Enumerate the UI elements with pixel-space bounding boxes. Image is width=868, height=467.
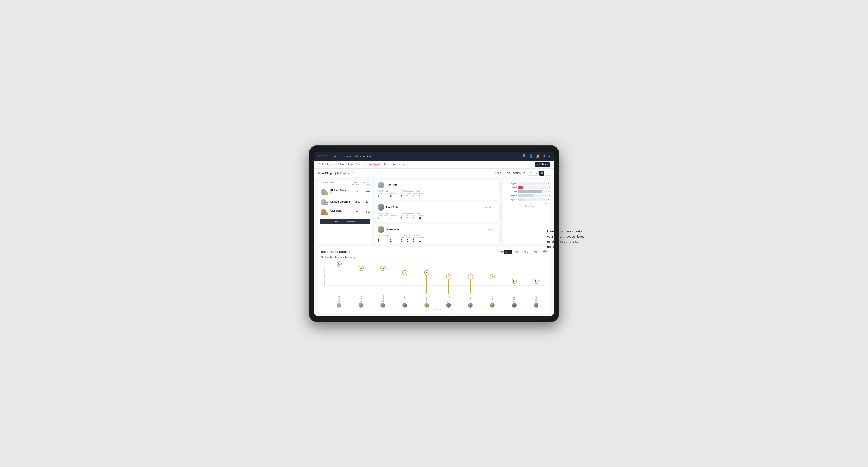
chart-col-3: 6x <box>372 261 394 294</box>
annotation-line2: your players have achieved <box>547 234 594 239</box>
player-card-0: Rees Britt Total Rounds Tournament 7 <box>375 180 500 200</box>
pc-stats-1: Total Rounds Tournament 8 Practice <box>378 212 497 220</box>
player-col-5: R. Britt <box>415 294 437 308</box>
bubble-5: 5x <box>424 270 429 275</box>
player-avatar-1 <box>337 303 341 308</box>
bar-fill-pars <box>518 190 542 193</box>
sub-nav-team-clippd[interactable]: Team Clippd <box>364 161 379 168</box>
bar-row-dbogeys: D. Bogeys + 131 <box>505 198 548 201</box>
pc-avatar-0 <box>378 182 384 188</box>
nav-logo: clippd <box>318 154 328 158</box>
show-label: Show <box>495 172 501 174</box>
bubble-2: 6x <box>359 266 364 271</box>
view-leaderboard-button[interactable]: View Full Leaderboard <box>320 219 370 224</box>
nav-bar: clippd Home Teams My Performance 🔍 👤 🔔 ⚙… <box>314 152 554 161</box>
bar-row-birdies: Birdies 96 <box>505 186 548 189</box>
pc-avatar-2 <box>378 226 384 233</box>
chart-col-4: 5x <box>394 261 416 294</box>
grid-view-icon[interactable]: ⊞ <box>528 170 533 176</box>
bar-val-eagles: 3 <box>548 183 554 185</box>
list-view-icon[interactable]: ≡ <box>533 170 539 176</box>
bar-label-dbogeys: D. Bogeys + <box>505 199 517 200</box>
bar-val-bogeys: 311 <box>548 195 554 197</box>
sub-nav-all-players[interactable]: All Players <box>393 161 405 168</box>
chart-col-5: 5x <box>416 261 438 294</box>
user-icon[interactable]: 👤 <box>529 154 533 158</box>
bar-fill-dbogeys <box>518 198 525 201</box>
bar-row-pars: Pars 499 <box>505 190 548 193</box>
player-name-6: E. Crossman <box>447 294 450 302</box>
tabs-arrow-indicator <box>543 250 547 254</box>
streaks-chart: Best Streak, Fairway Accuracy <box>321 261 547 294</box>
lb-avg-1: 110 <box>363 190 370 193</box>
chart-columns: 7x 6x 6x <box>328 261 547 294</box>
settings-icon[interactable]: ⚙ <box>542 154 545 158</box>
annotation-line3: across OTT, APP, ARG <box>547 239 594 244</box>
annotation-line1: Here you can see streaks <box>547 229 594 234</box>
lb-score-1: 19/20 <box>353 190 362 193</box>
pc-stats-2: Total Rounds Tournament 7 Practice <box>378 234 497 242</box>
lb-row-3: 3 Cameron... ♥ 17/20 103 <box>318 207 372 217</box>
player-name-7: D. Ford <box>470 294 471 302</box>
nav-links: Home Teams My Performance <box>332 155 518 158</box>
pc-name-0: Rees Britt <box>385 184 497 186</box>
nav-icons: 🔍 👤 🔔 ⚙ ● <box>523 154 550 158</box>
annotation-line4: and PUTT. <box>547 244 594 250</box>
bar-track-dbogeys: 131 <box>518 198 548 201</box>
chart-col-10: 3x <box>525 261 547 294</box>
bubble-9: 3x <box>512 279 517 284</box>
player-col-4: J. Coles <box>394 294 415 308</box>
table-view-icon[interactable]: ↕ <box>545 170 550 176</box>
lb-avg-2: 107 <box>363 200 370 203</box>
tab-putt[interactable]: PUTT <box>531 250 540 254</box>
bubble-7: 4x <box>468 274 473 280</box>
chart-col-1: 7x <box>328 261 350 294</box>
tab-ott[interactable]: OTT <box>504 250 512 254</box>
chart-col-9: 3x <box>503 261 525 294</box>
player-avatar-10 <box>534 303 538 308</box>
sub-nav-pga[interactable]: PGA <box>338 161 344 168</box>
chart-x-label: Total Shots <box>512 205 548 207</box>
nav-home[interactable]: Home <box>332 155 339 158</box>
edit-icon[interactable]: ✏ <box>352 172 354 175</box>
search-icon[interactable]: 🔍 <box>523 154 526 158</box>
sub-nav-hcaps[interactable]: Hcaps 1-5 <box>348 161 360 168</box>
lb-avg-col: PB AVG SQ <box>360 181 370 186</box>
bubble-8: 4x <box>490 274 495 280</box>
player-name-10: C. Quick <box>535 294 537 302</box>
streaks-tabs: OTT APP ARG PUTT <box>504 250 547 254</box>
pc-stats-0: Total Rounds Tournament 7 Practice <box>378 190 497 198</box>
bar-row-eagles: Eagles 3 <box>505 182 548 185</box>
team-header-right: Show Last 3 months ⊞ ≡ ▤ ↕ <box>495 170 550 176</box>
player-avatar-2 <box>359 303 363 308</box>
bell-icon[interactable]: 🔔 <box>536 154 540 158</box>
sub-nav-tour[interactable]: Tour <box>384 161 389 168</box>
tablet-frame: clippd Home Teams My Performance 🔍 👤 🔔 ⚙… <box>309 145 559 322</box>
tab-app[interactable]: APP <box>513 250 521 254</box>
bubble-6: 4x <box>446 274 451 280</box>
nav-my-performance[interactable]: My Performance <box>354 155 374 158</box>
streaks-section: Best Round Streaks OTT APP ARG PUTT <box>318 247 550 313</box>
add-team-button[interactable]: Add Team <box>535 162 550 167</box>
bar-track-eagles: 3 <box>518 182 548 185</box>
period-select[interactable]: Last 3 months <box>503 171 526 175</box>
bar-label-pars: Pars <box>505 191 517 193</box>
lb-badge-1: 1 <box>325 192 328 195</box>
bar-track-pars: 499 <box>518 190 548 193</box>
bar-label-birdies: Birdies <box>505 187 517 189</box>
pc-activities-1: Total Practice Activities OTT 0 APP <box>401 212 424 220</box>
tab-arg[interactable]: ARG <box>522 250 530 254</box>
pc-rounds-0: Total Rounds Tournament 7 Practice <box>378 190 397 198</box>
chart-grid: 7 5 3 1 0 7x <box>328 261 547 294</box>
avatar-icon[interactable]: ● <box>548 154 550 158</box>
nav-teams[interactable]: Teams <box>343 155 351 158</box>
sub-nav-pgat[interactable]: PGAT Players <box>318 161 334 168</box>
players-below: E. EbertB. McHergD. BillinghamJ. ColesR.… <box>328 294 547 308</box>
player-col-7: D. Ford <box>460 294 482 308</box>
player-name-5: R. Britt <box>426 294 427 302</box>
card-view-icon[interactable]: ▤ <box>539 170 545 176</box>
streaks-arrow-indicator <box>500 250 504 254</box>
pc-header-2: Josh Coles 26 Aug 2023 <box>378 226 497 233</box>
player-avatar-5 <box>424 303 429 308</box>
bubble-3: 6x <box>380 266 385 271</box>
